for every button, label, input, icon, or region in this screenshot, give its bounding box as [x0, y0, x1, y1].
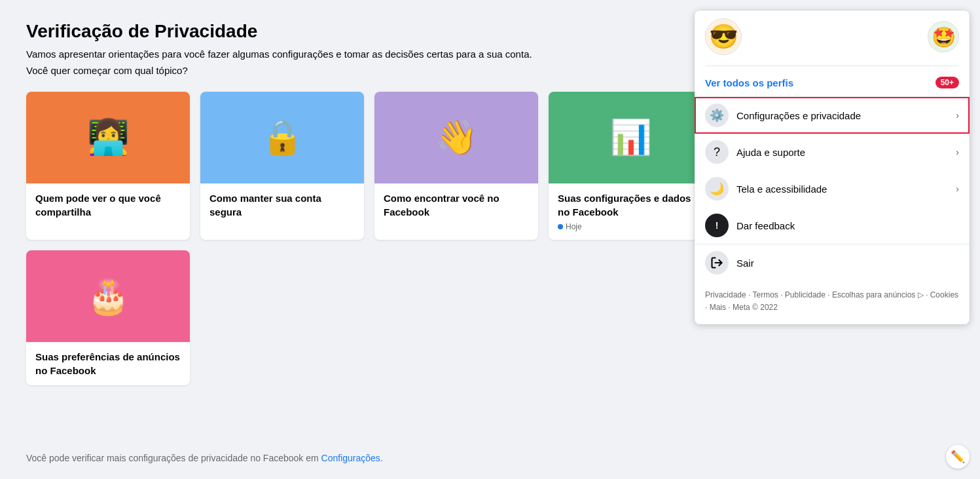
logout-icon [705, 251, 729, 275]
cards-grid: 👩‍💻 Quem pode ver o que você compartilha… [26, 92, 661, 240]
profile-divider [705, 66, 959, 66]
footer-link-termos[interactable]: Termos [753, 290, 778, 299]
chevron-right-icon-tela: › [956, 183, 959, 194]
footer-play-icon: ▷ [918, 290, 924, 299]
menu-item-feedback[interactable]: ! Dar feedback [695, 207, 970, 244]
card-image-2: 🔒 [200, 92, 364, 183]
page-question: Você quer começar com qual tópico? [26, 65, 661, 76]
menu-item-text-tela: Tela e acessibilidade [736, 183, 948, 195]
card-emoji-3: 👋 [374, 92, 538, 183]
main-content: Verificação de Privacidade Vamos apresen… [0, 0, 687, 406]
card-configuracoes-dados[interactable]: 📊 Suas configurações e dados no Facebook… [549, 92, 712, 240]
ver-todos-text: Ver todos os perfis [705, 77, 793, 88]
footer-link-publicidade[interactable]: Publicidade [785, 290, 826, 299]
avatar-secondary: 🤩 [928, 21, 959, 52]
card-emoji-1: 👩‍💻 [26, 92, 190, 183]
page-subtitle: Vamos apresentar orientações para você f… [26, 47, 661, 62]
footer-text: Você pode verificar mais configurações d… [26, 453, 383, 463]
footer-meta-copyright: Meta © 2022 [733, 303, 778, 312]
card-encontrar-voce[interactable]: 👋 Como encontrar você no Facebook [374, 92, 538, 240]
dropdown-menu: 😎 🤩 Ver todos os perfis 50+ ⚙️ Configura… [695, 10, 970, 324]
chevron-right-icon-ajuda: › [956, 147, 959, 157]
card-label-4: Suas configurações e dados no Facebook H… [549, 183, 712, 240]
cards-row2: 🎂 Suas preferências de anúncios no Faceb… [26, 250, 661, 385]
menu-item-text-sair: Sair [736, 258, 959, 269]
menu-item-sair[interactable]: Sair [695, 244, 970, 281]
badge-50plus: 50+ [935, 77, 959, 88]
menu-item-ajuda[interactable]: ? Ajuda e suporte › [695, 134, 970, 170]
question-icon: ? [705, 140, 729, 164]
card-anuncios[interactable]: 🎂 Suas preferências de anúncios no Faceb… [26, 250, 190, 385]
card-label-5: Suas preferências de anúncios no Faceboo… [26, 342, 190, 385]
card-label-3: Como encontrar você no Facebook [374, 183, 538, 227]
badge-dot-4 [558, 224, 563, 229]
card-image-3: 👋 [374, 92, 538, 183]
card-label-1: Quem pode ver o que você compartilha [26, 183, 190, 227]
page-title: Verificação de Privacidade [26, 21, 661, 42]
card-image-4: 📊 [549, 92, 712, 183]
card-quem-pode-ver[interactable]: 👩‍💻 Quem pode ver o que você compartilha [26, 92, 190, 240]
menu-item-tela[interactable]: 🌙 Tela e acessibilidade › [695, 170, 970, 207]
menu-item-text-feedback: Dar feedback [736, 220, 959, 231]
card-emoji-5: 🎂 [26, 250, 190, 342]
footer-link-privacidade[interactable]: Privacidade [705, 290, 746, 299]
card-image-1: 👩‍💻 [26, 92, 190, 183]
footer-configuracoes-link[interactable]: Configurações. [321, 453, 383, 463]
menu-item-text-configuracoes: Configurações e privacidade [736, 110, 948, 121]
footer-links: Privacidade · Termos · Publicidade · Esc… [695, 281, 970, 324]
card-label-2: Como manter sua conta segura [200, 183, 364, 227]
card-emoji-2: 🔒 [200, 92, 364, 183]
footer-link-escolhas[interactable]: Escolhas para anúncios [832, 290, 915, 299]
menu-item-configuracoes[interactable]: ⚙️ Configurações e privacidade › [695, 97, 970, 134]
card-conta-segura[interactable]: 🔒 Como manter sua conta segura [200, 92, 364, 240]
edit-icon[interactable]: ✏️ [946, 445, 970, 469]
chevron-right-icon-configuracoes: › [956, 110, 959, 121]
avatar-primary: 😎 [705, 18, 742, 55]
feedback-icon: ! [705, 214, 729, 237]
footer-link-cookies[interactable]: Cookies [930, 290, 958, 299]
card-emoji-4: 📊 [549, 92, 712, 183]
profile-section: 😎 🤩 [695, 10, 970, 60]
card-badge-4: Hoje [558, 221, 703, 233]
moon-icon: 🌙 [705, 177, 729, 201]
footer-link-mais[interactable]: Mais [710, 303, 726, 312]
menu-item-text-ajuda: Ajuda e suporte [736, 147, 948, 158]
gear-icon: ⚙️ [705, 104, 729, 127]
ver-todos-link[interactable]: Ver todos os perfis 50+ [695, 71, 970, 96]
card-image-5: 🎂 [26, 250, 190, 342]
